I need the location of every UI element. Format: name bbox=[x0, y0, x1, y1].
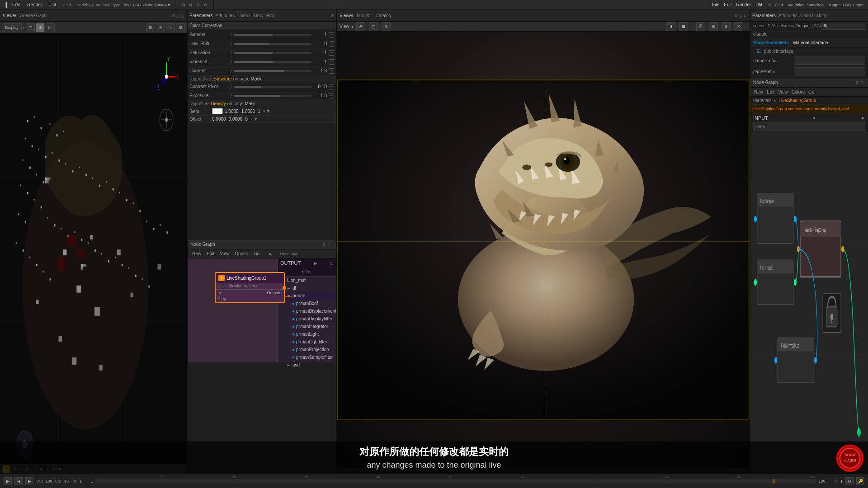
dl-tree-item[interactable]: ► dl bbox=[283, 284, 336, 292]
usd-tree-item[interactable]: ► usd bbox=[283, 361, 336, 369]
scene-graph-tab[interactable]: Scene Graph bbox=[20, 13, 47, 18]
node-graph-canvas[interactable]: OUTPUT ▶ □ Filter ▼ Lion_mat ► bbox=[188, 258, 336, 362]
prman-light-item[interactable]: ● prmanLight bbox=[288, 330, 336, 338]
contrast-check[interactable]: ✓ bbox=[329, 68, 334, 74]
attrs-tab-far[interactable]: Attributes bbox=[778, 13, 797, 18]
stop-btn[interactable]: ⏹ bbox=[679, 22, 688, 31]
far-ng-view-btn[interactable]: View bbox=[776, 89, 790, 94]
params-scroll[interactable]: Color Correction Gamma ƒ 1 ✓ bbox=[188, 22, 336, 239]
output-settings-btn[interactable]: □ bbox=[330, 261, 333, 266]
main-timeline-track[interactable]: 1 10 20 30 40 50 60 70 80 90 100 bbox=[95, 479, 816, 483]
params-tab-far[interactable]: Parameters bbox=[752, 13, 776, 18]
viewer-tab[interactable]: Viewer bbox=[3, 13, 16, 18]
hue-check[interactable]: ✓ bbox=[329, 41, 334, 47]
timeline-keys-btn[interactable]: 🔑 bbox=[856, 477, 864, 485]
svg-text:PxrNormalMap: PxrNormalMap bbox=[781, 342, 799, 349]
far-ng-edit-btn[interactable]: Edit bbox=[765, 89, 776, 94]
name-prefix-input[interactable] bbox=[794, 56, 865, 65]
pause-btn[interactable]: ⏸ bbox=[666, 22, 675, 31]
offset-expand-btn[interactable]: × bbox=[250, 117, 253, 122]
left-3d-canvas[interactable]: X Y Z bbox=[0, 33, 187, 480]
svg-rect-21 bbox=[72, 170, 73, 173]
light-btn[interactable]: ☀ bbox=[156, 23, 165, 32]
proj-tab-mid[interactable]: Proj bbox=[266, 13, 274, 18]
timeline-prev-btn[interactable]: ◀ bbox=[14, 477, 23, 485]
offset-row: Offset 0.0000 0.0000 0 × ▼ bbox=[188, 116, 336, 123]
prman-bxdf-item[interactable]: ● prmanBxdf bbox=[288, 300, 336, 307]
timeline-next-btn[interactable]: ▶ bbox=[25, 477, 33, 485]
exp-check[interactable]: ✓ bbox=[329, 93, 334, 99]
undo-tab-mid[interactable]: Undo History bbox=[237, 13, 264, 18]
prman-samplefilter-item[interactable]: ● prmanSamplefilter bbox=[288, 353, 336, 361]
input-collapse-btn[interactable]: ► bbox=[861, 116, 865, 120]
attrs-tab-mid[interactable]: Attributes bbox=[216, 13, 235, 18]
settings-btn-left[interactable]: ⚙ bbox=[176, 23, 185, 32]
right-viewport-shade-btn[interactable]: ⊗ bbox=[382, 22, 391, 31]
edit-menu[interactable]: Edit bbox=[10, 2, 22, 7]
timeline-settings-btn[interactable]: ⚙ bbox=[845, 477, 854, 485]
prman-displayfilter-item[interactable]: ● prmanDisplayfilter bbox=[288, 315, 336, 323]
far-ng-go-btn[interactable]: Go bbox=[807, 89, 816, 94]
right-viewport-obj-btn[interactable]: ◻ bbox=[369, 22, 378, 31]
util-menu[interactable]: Util bbox=[47, 2, 58, 7]
prman-projection-item[interactable]: ● prmanProjection bbox=[288, 346, 336, 353]
gamma-check[interactable]: ✓ bbox=[329, 32, 334, 38]
color-correction-header[interactable]: Color Correction bbox=[188, 22, 336, 29]
perspective-btn[interactable]: P bbox=[696, 22, 705, 31]
timeline-play-btn[interactable]: ▶ bbox=[4, 477, 12, 485]
monitor-tab[interactable]: Monitor bbox=[357, 13, 372, 18]
filter-input[interactable] bbox=[753, 122, 865, 131]
render-menu[interactable]: Render bbox=[25, 2, 44, 7]
node-connection-output[interactable] bbox=[283, 286, 286, 290]
breadcrumb-live[interactable]: LiveShadingGroup bbox=[778, 98, 816, 103]
render-menu-right[interactable]: Render bbox=[734, 2, 753, 7]
breadcrumb-materials[interactable]: Materials bbox=[753, 98, 772, 103]
input-expand-btn[interactable]: ◄ bbox=[812, 116, 816, 120]
far-ng-new-btn[interactable]: New bbox=[752, 89, 765, 94]
gem-menu-btn[interactable]: ▼ bbox=[266, 109, 270, 113]
vib-check[interactable]: ✓ bbox=[329, 59, 334, 65]
svg-rect-10 bbox=[56, 134, 57, 136]
display-btn[interactable]: Display bbox=[2, 23, 22, 32]
render-btn[interactable]: ▷ bbox=[166, 23, 175, 32]
ng-view-btn[interactable]: View bbox=[217, 251, 232, 256]
ng-go-btn[interactable]: Go bbox=[251, 251, 262, 256]
grid-btn[interactable]: ⊞ bbox=[146, 23, 155, 32]
right-viewport-home-btn[interactable]: ⊕ bbox=[356, 22, 365, 31]
prman-displacement-item[interactable]: ● prmanDisplacement bbox=[288, 307, 336, 315]
lions-mat-breadcrumb[interactable]: Lions_mat bbox=[277, 252, 302, 256]
in-val-timeline[interactable]: 1 bbox=[840, 479, 843, 483]
camera-btn[interactable]: ▷ bbox=[46, 23, 55, 32]
lion-mat-tree-item[interactable]: ▼ Lion_mat bbox=[278, 277, 336, 284]
util-menu-right[interactable]: Util bbox=[753, 2, 764, 7]
catalog-tab[interactable]: Catalog bbox=[376, 13, 391, 18]
ng-edit-btn[interactable]: Edit bbox=[204, 251, 217, 256]
viewer-right-tab[interactable]: Viewer bbox=[340, 13, 353, 18]
edit-menu-right[interactable]: Edit bbox=[722, 2, 734, 7]
view-mode-btn[interactable]: ◻ bbox=[26, 23, 35, 32]
prman-tree-item[interactable]: ▼ prman bbox=[283, 292, 336, 300]
ng-new-btn[interactable]: New bbox=[189, 251, 204, 256]
gem-expand-btn[interactable]: × bbox=[263, 109, 265, 113]
undo-tab-far[interactable]: Undo History bbox=[800, 13, 826, 18]
node-graph-search[interactable] bbox=[821, 23, 866, 30]
offset-menu-btn[interactable]: ▼ bbox=[254, 117, 258, 122]
ng-colors-btn[interactable]: Colors bbox=[232, 251, 251, 256]
prman-lightfilter-item[interactable]: ● prmanLightfilter bbox=[288, 338, 336, 346]
live-shading-node[interactable]: ⚡ LiveShadingGroup1 OUT: dlColorToFloat3… bbox=[215, 272, 285, 303]
cur-val-timeline[interactable]: 95 bbox=[64, 479, 69, 483]
far-ng-colors-btn[interactable]: Colors bbox=[790, 89, 807, 94]
prman-integrator-item[interactable]: ● prmanIntegrator bbox=[288, 323, 336, 330]
params-tab-mid[interactable]: Parameters bbox=[189, 13, 213, 18]
page-prefix-input[interactable] bbox=[794, 67, 865, 75]
sat-check[interactable]: ✓ bbox=[329, 50, 334, 56]
right-viewport-settings-btn[interactable]: ⚙ bbox=[722, 22, 731, 31]
shading-btn[interactable]: ⊕ bbox=[36, 23, 45, 32]
file-menu-right[interactable]: File bbox=[710, 2, 722, 7]
out-val-timeline[interactable]: 100 bbox=[46, 479, 52, 483]
right-viewport-close-btn[interactable]: ✕ bbox=[734, 22, 743, 31]
right-viewport-grid-btn[interactable]: ⊞ bbox=[709, 22, 718, 31]
cp-check[interactable]: ✓ bbox=[329, 84, 334, 89]
far-right-node-canvas[interactable]: PxrSurface PxrTexture bbox=[750, 132, 868, 488]
output-play-btn[interactable]: ▶ bbox=[314, 261, 317, 266]
